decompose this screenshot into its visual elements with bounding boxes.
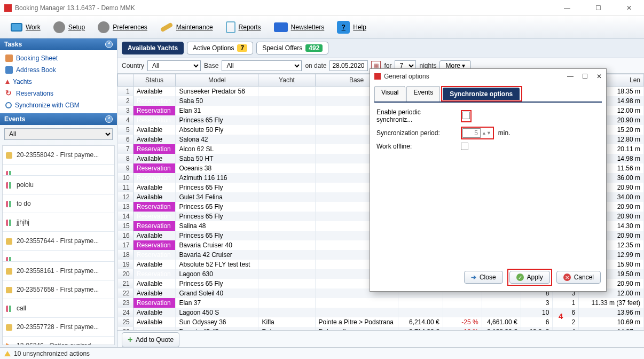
- book-icon: [5, 66, 13, 74]
- tabs-row: Available Yachts Active Options7 Special…: [117, 38, 644, 58]
- toolbar-reports[interactable]: Reports: [221, 19, 266, 35]
- event-item[interactable]: 20-23558161 - First payme...: [3, 262, 114, 280]
- event-item[interactable]: 20-23557644 - First payme...: [3, 232, 114, 251]
- tab-available-yachts[interactable]: Available Yachts: [122, 42, 184, 54]
- toolbar-work[interactable]: Work: [5, 21, 46, 34]
- annotation-4: 4: [559, 311, 563, 321]
- wrench-icon: [160, 22, 173, 32]
- table-row[interactable]: 23ReservationElan 373111.33 m (37 feet): [118, 298, 644, 308]
- toolbar-maintenance[interactable]: Maintenance: [155, 21, 218, 33]
- arrow-right-icon: ➔: [471, 274, 476, 281]
- window-minimize[interactable]: —: [556, 2, 578, 14]
- badge-active-count: 7: [237, 44, 247, 52]
- grid-header[interactable]: Status: [133, 74, 176, 87]
- task-sync-cbm[interactable]: Synchronize with CBM: [0, 99, 117, 111]
- dialog-body: Enable periodic synchroniz... Syncroniza…: [374, 102, 602, 156]
- dialog-title: General options: [384, 73, 567, 80]
- window-maximize[interactable]: ☐: [587, 2, 609, 14]
- monitor-icon: [11, 23, 22, 32]
- dialog-apply-button[interactable]: ✓Apply: [509, 271, 550, 284]
- events-collapse[interactable]: ˄: [105, 115, 113, 123]
- check-icon: ✓: [516, 274, 524, 281]
- app-icon: [4, 4, 12, 12]
- task-address-book[interactable]: Address Book: [0, 64, 117, 76]
- tasks-collapse[interactable]: ˄: [105, 41, 113, 48]
- dialog-app-icon: [374, 73, 381, 80]
- table-row[interactable]: 25AvailableSun Odyssey 36KiflaPointe a P…: [118, 317, 644, 327]
- sidebar: Tasks ˄ Booking Sheet Address Book Yacht…: [0, 38, 117, 347]
- ondate-label: on date: [305, 62, 326, 69]
- country-label: Country: [122, 62, 144, 69]
- task-booking-sheet[interactable]: Booking Sheet: [0, 52, 117, 64]
- gear-icon: [53, 21, 65, 33]
- events-list[interactable]: 20-23558042 - First payme...poioiuto doj…: [2, 145, 115, 345]
- dialog-close-x[interactable]: ✕: [596, 73, 602, 80]
- base-select[interactable]: All: [222, 60, 302, 71]
- dialog-tab-events[interactable]: Events: [406, 86, 440, 102]
- general-options-dialog: General options — ☐ ✕ Visual Events Sync…: [370, 68, 607, 292]
- plus-icon: +: [128, 335, 132, 345]
- tab-special-offers[interactable]: Special Offers492: [256, 42, 328, 54]
- event-item[interactable]: 20-23558042 - First payme...: [3, 146, 114, 165]
- tasks-title: Tasks: [4, 41, 22, 48]
- dialog-tab-sync[interactable]: Synchronize options: [443, 88, 520, 100]
- add-to-quote-button[interactable]: +Add to Quote: [122, 332, 179, 347]
- window-titlebar: Booking Manager 13.1.6437 - Demo MMK — ☐…: [0, 0, 644, 16]
- toolbar-newsletters[interactable]: Newsletters: [269, 20, 330, 34]
- work-offline-checkbox[interactable]: [461, 143, 468, 150]
- dialog-titlebar[interactable]: General options — ☐ ✕: [370, 69, 606, 84]
- sync-period-input[interactable]: [462, 128, 481, 138]
- event-item[interactable]: [3, 251, 114, 262]
- grid-header[interactable]: [118, 74, 133, 87]
- toolbar-preferences[interactable]: Preferences: [92, 19, 153, 35]
- dialog-tab-visual[interactable]: Visual: [374, 86, 405, 102]
- badge-special-count: 492: [305, 44, 323, 52]
- event-item[interactable]: 20-23557658 - First payme...: [3, 280, 114, 299]
- toolbar-setup[interactable]: Setup: [48, 19, 90, 35]
- base-label: Base: [204, 62, 218, 69]
- dialog-maximize[interactable]: ☐: [582, 73, 588, 80]
- event-item[interactable]: call: [3, 299, 114, 318]
- tasks-body: Booking Sheet Address Book Yachts ↻Reser…: [0, 50, 117, 113]
- gear-icon: [98, 21, 109, 33]
- grid-footer: +Add to Quote: [117, 330, 644, 347]
- main-toolbar: Work Setup Preferences Maintenance Repor…: [0, 16, 644, 38]
- warning-icon: [4, 351, 11, 356]
- events-header: Events ˄: [0, 113, 117, 125]
- toolbar-help[interactable]: ?Help: [332, 19, 372, 36]
- work-offline-label: Work offline:: [376, 143, 457, 150]
- event-item[interactable]: 13-06246 - Option expired: [3, 337, 114, 345]
- sync-period-label: Syncronization period:: [376, 129, 457, 137]
- sync-icon: [5, 102, 12, 108]
- reservation-icon: ↻: [5, 90, 13, 97]
- window-close[interactable]: ✕: [618, 2, 640, 14]
- clipboard-icon: [226, 21, 235, 33]
- events-filter-select[interactable]: All: [4, 128, 113, 140]
- event-item[interactable]: to do: [3, 194, 114, 213]
- task-yachts[interactable]: Yachts: [0, 76, 117, 88]
- dialog-cancel-button[interactable]: ✕Cancel: [556, 271, 601, 284]
- events-title: Events: [4, 115, 25, 123]
- enable-sync-checkbox[interactable]: [462, 112, 470, 119]
- mail-icon: [274, 22, 288, 32]
- x-icon: ✕: [563, 274, 571, 281]
- tab-active-options[interactable]: Active Options7: [187, 42, 253, 54]
- ondate-input[interactable]: [329, 60, 368, 71]
- dialog-close-button[interactable]: ➔Close: [464, 271, 503, 284]
- grid-header[interactable]: Yacht: [258, 74, 315, 87]
- event-item[interactable]: 20-23557728 - First payme...: [3, 318, 114, 337]
- dialog-tabs: Visual Events Synchronize options: [370, 86, 606, 102]
- table-row[interactable]: 24AvailableLagoon 450 S10613.96 m: [118, 308, 644, 317]
- enable-sync-label: Enable periodic synchroniz...: [376, 108, 457, 123]
- spinner-icon[interactable]: ▲▼: [481, 130, 492, 136]
- country-select[interactable]: All: [147, 60, 201, 71]
- event-item[interactable]: jjhjhj: [3, 213, 114, 232]
- task-reservations[interactable]: ↻Reservations: [0, 88, 117, 99]
- period-unit: min.: [498, 129, 511, 137]
- content-area: Available Yachts Active Options7 Special…: [117, 38, 644, 347]
- table-row[interactable]: 26ReservationBavaria 45 45PetraDubrovnik…: [118, 327, 644, 330]
- dialog-minimize[interactable]: —: [567, 73, 574, 80]
- event-item[interactable]: poioiu: [3, 176, 114, 194]
- event-item[interactable]: [3, 165, 114, 176]
- grid-header[interactable]: Model: [176, 74, 258, 87]
